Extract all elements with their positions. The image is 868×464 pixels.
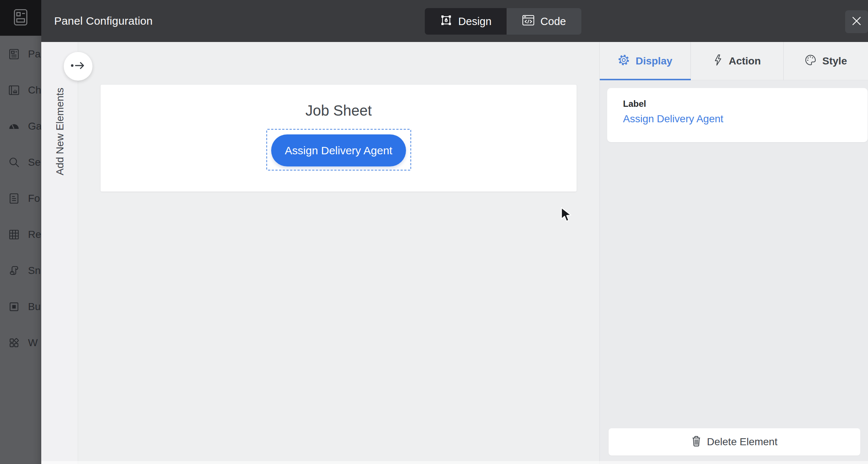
palette-icon — [805, 54, 816, 68]
label-field-value-link[interactable]: Assign Delivery Agent — [623, 113, 723, 125]
tab-code[interactable]: Code — [507, 8, 581, 35]
sidebar-item-label: Ch — [28, 84, 41, 96]
sidebar-item-panel[interactable]: Pa — [0, 45, 41, 63]
tab-action[interactable]: Action — [691, 42, 784, 80]
add-elements-strip: Add New Elements — [41, 42, 78, 464]
gear-icon — [618, 54, 630, 68]
page-builder-logo-icon — [13, 8, 29, 28]
tab-code-label: Code — [540, 15, 566, 28]
inspector-panel: Display Action — [599, 42, 868, 464]
app-logo — [0, 0, 41, 36]
elements-sidebar: Pa Ch Ga — [0, 36, 41, 464]
sidebar-item-button[interactable]: Bu — [0, 298, 41, 316]
trash-icon — [692, 436, 701, 448]
page-title: Panel Configuration — [54, 0, 153, 42]
panel-preview-title: Job Sheet — [101, 102, 577, 119]
design-canvas: Add New Elements Job Sheet Assign Delive… — [41, 42, 599, 464]
arrow-right-icon — [70, 60, 86, 72]
snippet-icon — [8, 265, 20, 277]
topbar: Panel Configuration Design — [0, 0, 868, 42]
close-button[interactable] — [845, 10, 868, 33]
expand-elements-button[interactable] — [64, 52, 92, 81]
sidebar-item-gauge[interactable]: Ga — [0, 117, 41, 136]
tab-style[interactable]: Style — [784, 42, 868, 80]
widget-icon — [8, 337, 20, 349]
sidebar-item-label: Se — [28, 157, 41, 168]
sidebar-item-chart[interactable]: Ch — [0, 81, 41, 99]
report-icon — [8, 229, 20, 240]
sidebar-item-label: Bu — [28, 301, 41, 313]
mode-switcher: Design Code — [425, 8, 581, 35]
sidebar-item-label: Sn — [28, 265, 41, 277]
search-icon — [8, 157, 20, 168]
sidebar-item-label: Pa — [28, 48, 41, 60]
inspector-tabs: Display Action — [600, 42, 868, 80]
tab-action-label: Action — [729, 55, 761, 67]
form-icon — [8, 193, 20, 204]
sidebar-item-label: Re — [28, 229, 41, 240]
button-icon — [8, 301, 20, 313]
mouse-cursor — [560, 207, 572, 224]
close-icon — [851, 16, 862, 28]
panel-preview: Job Sheet Assign Delivery Agent — [101, 85, 577, 191]
code-window-icon — [522, 14, 535, 29]
sidebar-item-search[interactable]: Se — [0, 153, 41, 172]
active-tab-underline — [600, 79, 691, 80]
delete-element-button[interactable]: Delete Element — [609, 428, 860, 456]
pen-tool-icon — [440, 14, 452, 29]
sidebar-item-label: Fo — [28, 193, 40, 204]
sidebar-item-snippet[interactable]: Sn — [0, 261, 41, 280]
chart-icon — [8, 84, 20, 96]
selected-element-outline[interactable]: Assign Delivery Agent — [266, 129, 411, 171]
add-elements-label: Add New Elements — [50, 87, 70, 176]
label-field-title: Label — [623, 99, 646, 109]
sidebar-item-report[interactable]: Re — [0, 225, 41, 244]
sidebar-item-form[interactable]: Fo — [0, 189, 41, 208]
panel-icon — [8, 48, 20, 60]
sidebar-item-label: Ga — [28, 120, 41, 132]
tab-design-label: Design — [458, 15, 491, 28]
tab-design[interactable]: Design — [425, 8, 507, 35]
lightning-bolt-icon — [713, 54, 723, 68]
tab-display-label: Display — [636, 55, 672, 67]
gauge-icon — [8, 120, 20, 132]
tab-display[interactable]: Display — [600, 42, 691, 80]
tab-style-label: Style — [822, 55, 847, 67]
panel-configuration-screen: Panel Configuration Design — [0, 0, 868, 464]
window-bottom-edge — [41, 461, 868, 464]
sidebar-item-widget[interactable]: W — [0, 334, 41, 352]
delete-element-label: Delete Element — [707, 436, 777, 448]
assign-delivery-agent-button[interactable]: Assign Delivery Agent — [271, 134, 406, 166]
sidebar-item-label: W — [28, 337, 38, 349]
label-property-card: Label Assign Delivery Agent — [607, 88, 868, 142]
